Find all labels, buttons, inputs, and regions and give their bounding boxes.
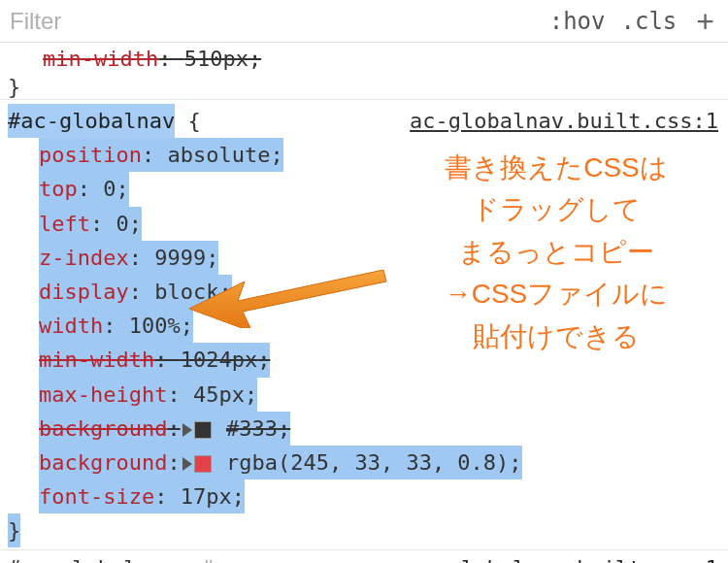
css-value[interactable]: 45px (193, 382, 245, 407)
cls-toggle[interactable]: .cls (621, 8, 678, 35)
css-declaration[interactable]: background: #333; (8, 412, 720, 446)
color-swatch[interactable] (194, 455, 212, 473)
source-link[interactable]: ac-globalnav.built.css:1 (410, 556, 718, 563)
expand-swatch-icon[interactable] (182, 457, 192, 471)
css-declaration[interactable]: top: 0; (8, 172, 720, 206)
css-declaration[interactable]: position: absolute; (8, 138, 720, 172)
styles-toolbar: :hov .cls + (0, 0, 728, 43)
css-declaration[interactable]: left: 0; (8, 207, 720, 241)
css-value[interactable]: absolute (167, 143, 270, 167)
css-declaration[interactable]: z-index: 9999; (8, 241, 720, 275)
css-property[interactable]: font-size (39, 484, 154, 509)
prev-rule-close-brace: } (0, 75, 728, 99)
css-selector[interactable]: #ac-globalnav, #ac- (8, 556, 252, 563)
new-style-rule-button[interactable]: + (696, 12, 714, 31)
css-value[interactable]: 0 (103, 177, 116, 201)
css-declaration[interactable]: background: rgba(245, 33, 33, 0.8); (8, 446, 720, 480)
source-link[interactable]: ac-globalnav.built.css:1 (410, 104, 718, 138)
css-value[interactable]: 17px (181, 484, 232, 509)
css-value[interactable]: 0 (116, 212, 128, 236)
css-property[interactable]: display (39, 280, 129, 304)
css-value[interactable]: #333 (226, 416, 278, 441)
rule-close-brace: } (8, 513, 720, 547)
css-declaration[interactable]: width: 100%; (8, 309, 720, 343)
css-value[interactable]: 510px (184, 47, 248, 71)
color-swatch[interactable] (194, 421, 212, 439)
css-value[interactable]: 100% (129, 314, 181, 338)
css-value[interactable]: 9999 (154, 246, 206, 270)
hov-toggle[interactable]: :hov (549, 8, 606, 35)
prev-rule-fragment: min-width: 510px; (0, 43, 728, 75)
style-rule: ac-globalnav.built.css:1 #ac-globalnav {… (0, 99, 728, 550)
css-declaration[interactable]: max-height: 45px; (8, 378, 720, 412)
css-property[interactable]: top (39, 177, 78, 201)
css-property[interactable]: background (39, 416, 167, 441)
css-property[interactable]: background (39, 450, 167, 475)
css-property[interactable]: width (39, 314, 103, 338)
css-property[interactable]: left (39, 212, 90, 236)
expand-swatch-icon[interactable] (182, 423, 192, 437)
css-property[interactable]: min-width (43, 47, 158, 71)
css-declaration[interactable]: font-size: 17px; (8, 480, 720, 513)
css-selector[interactable]: #ac-globalnav (8, 104, 175, 138)
css-declaration[interactable]: min-width: 1024px; (8, 343, 720, 377)
next-rule-fragment: #ac-globalnav, #ac- ac-globalnav.built.c… (0, 554, 728, 563)
css-property[interactable]: z-index (39, 246, 129, 270)
css-property[interactable]: position (39, 143, 142, 167)
css-value[interactable]: block (154, 280, 218, 304)
css-value[interactable]: 1024px (181, 348, 257, 372)
filter-input[interactable] (10, 8, 534, 35)
css-property[interactable]: max-height (39, 382, 167, 407)
css-value[interactable]: rgba(245, 33, 33, 0.8) (226, 450, 509, 475)
css-property[interactable]: min-width (39, 348, 154, 372)
css-declaration[interactable]: display: block; (8, 275, 720, 309)
